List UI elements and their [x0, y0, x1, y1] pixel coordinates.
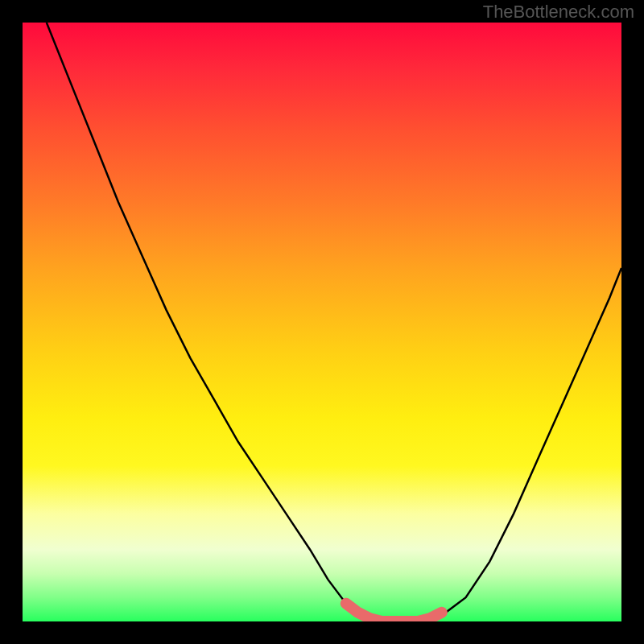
plot-area	[23, 23, 621, 621]
watermark-text: TheBottleneck.com	[483, 2, 634, 23]
chart-curve-layer	[23, 23, 621, 621]
main-curve	[47, 23, 621, 621]
trough-highlight	[346, 604, 442, 621]
